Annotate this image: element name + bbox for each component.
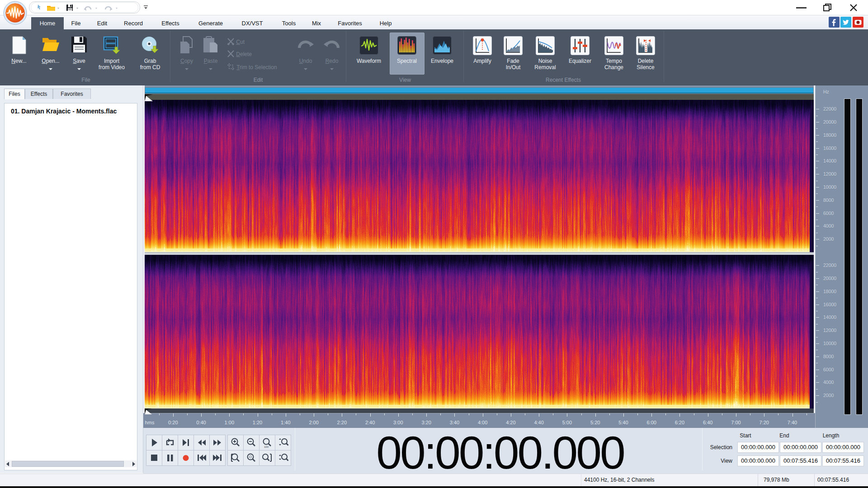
svg-text:100: 100 bbox=[264, 446, 269, 448]
